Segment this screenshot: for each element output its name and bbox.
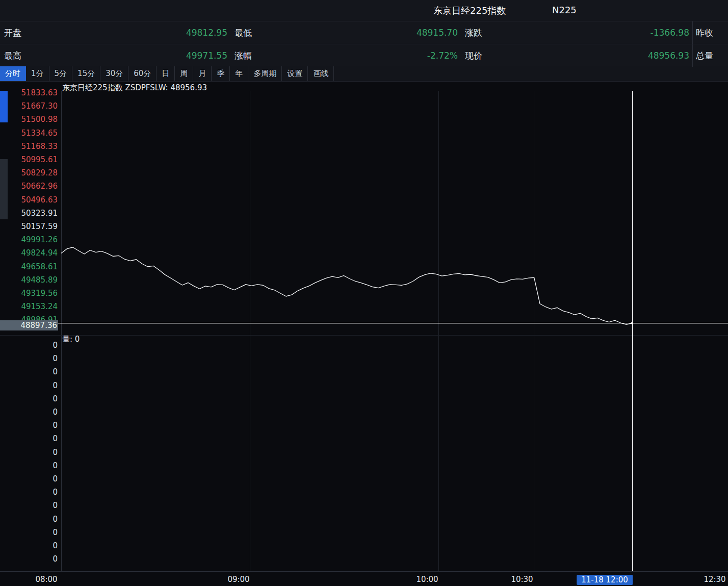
tab-4[interactable]: 30分 bbox=[100, 66, 128, 81]
chart-series-label: 东京日经225指数 ZSDPFSLW: 48956.93 bbox=[62, 83, 207, 93]
open-label: 开盘 bbox=[0, 27, 41, 39]
tab-8[interactable]: 月 bbox=[193, 66, 212, 81]
high-label: 最高 bbox=[0, 50, 41, 62]
volume-axis-label: 0 bbox=[5, 488, 58, 497]
last-price-dot bbox=[631, 322, 633, 324]
volume-axis-label: 0 bbox=[5, 541, 58, 550]
prev-close-label: 昨收 bbox=[692, 21, 728, 44]
info-row-2: 最高 49971.55 涨幅 -2.72% 现价 48956.93 总量 bbox=[0, 44, 728, 66]
y-axis-label: 51500.98 bbox=[5, 115, 58, 124]
y-axis-label: 51334.65 bbox=[5, 129, 58, 138]
current-price-axis-label: 48897.36 bbox=[0, 320, 58, 330]
y-axis-label: 51833.63 bbox=[5, 88, 58, 97]
y-axis-label: 51168.33 bbox=[5, 142, 58, 151]
y-axis-label: 49319.56 bbox=[5, 289, 58, 298]
total-volume-label: 总量 bbox=[692, 44, 728, 67]
low-value: 48915.70 bbox=[273, 28, 461, 38]
current-price-value: 48956.93 bbox=[504, 50, 692, 61]
volume-axis-label: 0 bbox=[5, 528, 58, 537]
tab-6[interactable]: 日 bbox=[157, 66, 175, 81]
tab-12[interactable]: 设置 bbox=[282, 66, 308, 81]
tab-9[interactable]: 季 bbox=[212, 66, 230, 81]
y-axis-label: 49824.94 bbox=[5, 248, 58, 258]
page-title: 东京日经225指数 bbox=[433, 5, 506, 17]
period-tab-bar: 分时1分5分15分30分60分日周月季年多周期设置画线 bbox=[0, 66, 728, 82]
chart-area[interactable]: 东京日经225指数 ZSDPFSLW: 48956.93 量: 0 51833.… bbox=[0, 82, 728, 586]
y-axis-label: 49485.89 bbox=[5, 275, 58, 285]
x-axis-label: 09:00 bbox=[227, 575, 249, 584]
volume-axis-label: 0 bbox=[5, 448, 58, 457]
volume-axis-label: 0 bbox=[5, 407, 58, 417]
info-row-1: 开盘 49812.95 最低 48915.70 涨跌 -1366.98 昨收 bbox=[0, 21, 728, 44]
tab-2[interactable]: 5分 bbox=[49, 66, 73, 81]
change-value: -1366.98 bbox=[504, 28, 692, 38]
y-axis-label: 50323.91 bbox=[5, 209, 58, 218]
tab-5[interactable]: 60分 bbox=[128, 66, 157, 81]
tab-13[interactable]: 画线 bbox=[308, 66, 334, 81]
change-pct-label: 涨幅 bbox=[230, 50, 273, 62]
open-value: 49812.95 bbox=[41, 28, 230, 38]
x-axis-label: 10:30 bbox=[511, 575, 533, 584]
y-axis-label: 50829.28 bbox=[5, 168, 58, 177]
volume-axis-label: 0 bbox=[5, 394, 58, 403]
volume-axis-label: 0 bbox=[5, 381, 58, 390]
volume-axis-label: 0 bbox=[5, 367, 58, 376]
current-time-axis-label: 11-18 12:00 bbox=[577, 575, 633, 585]
volume-axis-label: 0 bbox=[5, 501, 58, 510]
volume-axis-label: 0 bbox=[5, 354, 58, 363]
symbol-code: N225 bbox=[552, 5, 577, 15]
low-label: 最低 bbox=[230, 27, 273, 39]
y-axis-label: 49991.26 bbox=[5, 235, 58, 244]
volume-axis-label: 0 bbox=[5, 341, 58, 350]
volume-axis-label: 0 bbox=[5, 421, 58, 430]
y-axis-label: 50662.96 bbox=[5, 182, 58, 191]
x-axis-label: 08:00 bbox=[35, 575, 57, 584]
y-axis-label: 49153.24 bbox=[5, 302, 58, 311]
volume-axis-label: 0 bbox=[5, 474, 58, 483]
tab-0-active[interactable]: 分时 bbox=[0, 66, 26, 81]
x-axis-label: 12:30 bbox=[704, 575, 725, 584]
tab-11[interactable]: 多周期 bbox=[248, 66, 282, 81]
tab-1[interactable]: 1分 bbox=[26, 66, 49, 81]
y-axis-label: 50995.61 bbox=[5, 155, 58, 164]
trading-app-window: 东京日经225指数 N225 开盘 49812.95 最低 48915.70 涨… bbox=[0, 0, 728, 586]
volume-axis-label: 0 bbox=[5, 515, 58, 524]
quote-header: 东京日经225指数 N225 开盘 49812.95 最低 48915.70 涨… bbox=[0, 0, 728, 66]
volume-label: 量: 0 bbox=[62, 335, 80, 344]
change-label: 涨跌 bbox=[461, 27, 504, 39]
tab-10[interactable]: 年 bbox=[230, 66, 248, 81]
volume-axis-label: 0 bbox=[5, 461, 58, 470]
title-row: 东京日经225指数 N225 bbox=[0, 0, 728, 21]
tab-3[interactable]: 15分 bbox=[72, 66, 100, 81]
high-value: 49971.55 bbox=[41, 50, 230, 61]
y-axis-label: 49658.61 bbox=[5, 262, 58, 271]
y-axis-label: 51667.30 bbox=[5, 101, 58, 111]
current-price-label: 现价 bbox=[461, 50, 504, 62]
volume-axis-label: 0 bbox=[5, 554, 58, 564]
x-axis-label: 10:00 bbox=[416, 575, 438, 584]
y-axis-label: 50496.63 bbox=[5, 195, 58, 205]
volume-axis-label: 0 bbox=[5, 434, 58, 443]
price-line bbox=[61, 247, 632, 325]
chart-canvas[interactable] bbox=[0, 82, 728, 586]
tab-7[interactable]: 周 bbox=[175, 66, 193, 81]
y-axis-label: 50157.59 bbox=[5, 222, 58, 231]
change-pct-value: -2.72% bbox=[273, 50, 461, 61]
